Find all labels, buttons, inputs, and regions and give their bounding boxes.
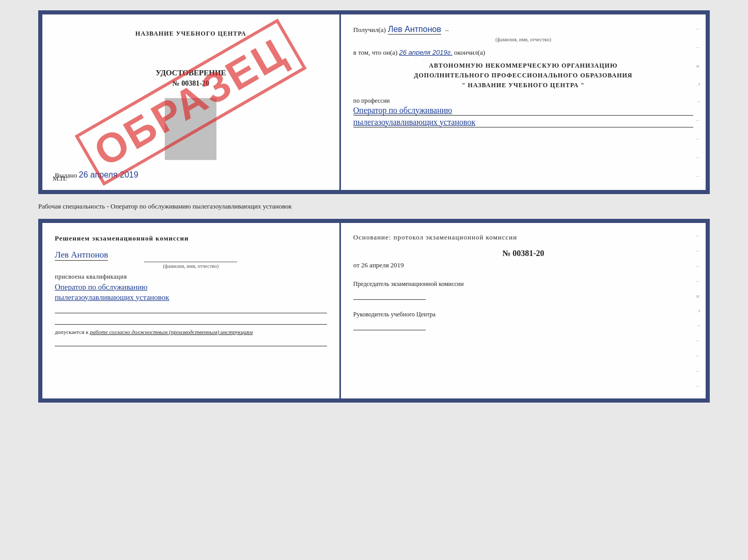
received-line: Получил(а) Лев Антпонов – [353,25,693,35]
top-document: НАЗВАНИЕ УЧЕБНОГО ЦЕНТРА ОБРАЗЕЦ УДОСТОВ… [38,10,710,194]
issued-date-value: 26 апреля 2019 [79,170,138,179]
director-sig-line [353,321,426,330]
chairman-sig-line [353,291,426,300]
blank-line-1 [55,305,327,313]
qual-line2: пылегазоулавливающих установок [55,293,327,302]
side-dashes-bottom: ––––иͺа←–––– [696,223,702,398]
org-block: АВТОНОМНУЮ НЕКОММЕРЧЕСКУЮ ОРГАНИЗАЦИЮ ДО… [353,61,693,91]
profession-line2: пылегазоулавливающих установок [353,118,693,127]
separator-label: Рабочая специальность - Оператор по обсл… [38,199,710,214]
top-doc-right: Получил(а) Лев Антпонов – (фамилия, имя,… [341,14,706,190]
fio-sublabel-bottom: (фамилия, имя, отчество) [144,262,237,269]
recipient-name: Лев Антпонов [388,25,441,35]
decision-text: Решением экзаменационной комиссии [55,233,327,244]
assigned-qual: присвоена квалификация [55,273,327,281]
cert-number: № 00381-20 [173,79,209,88]
person-name-bottom: Лев Антпонов [55,250,108,261]
director-label: Руководитель учебного Центра [353,310,693,319]
admitted-text-value: работе согласно должностным (производств… [90,329,253,335]
blank-line-3 [55,338,327,346]
bottom-doc-right: Основание: протокол экзаменационной коми… [341,223,706,398]
fio-sublabel-top: (фамилия, имя, отчество) [353,37,693,42]
bottom-document: Решением экзаменационной комиссии Лев Ан… [38,219,710,403]
completed-date: 26 апреля 2019г. [399,49,453,56]
org-line3: " НАЗВАНИЕ УЧЕБНОГО ЦЕНТРА " [353,81,693,90]
org-line2: ДОПОЛНИТЕЛЬНОГО ПРОФЕССИОНАЛЬНОГО ОБРАЗО… [353,71,693,81]
qual-line1: Оператор по обслуживанию [55,283,327,292]
photo-placeholder [165,98,216,160]
chairman-label: Председатель экзаменационной комиссии [353,280,693,289]
completed-suffix: окончил(а) [454,49,485,56]
issued-date: Выдано 26 апреля 2019 [55,165,327,180]
school-name-header: НАЗВАНИЕ УЧЕБНОГО ЦЕНТРА [135,30,246,38]
completed-line: в том, что он(а) 26 апреля 2019г. окончи… [353,49,693,57]
director-block: Руководитель учебного Центра [353,310,693,330]
side-dashes-top: ––иͺа←–––– [696,14,702,190]
protocol-date-value: 26 апреля 2019 [361,261,404,269]
profession-line1: Оператор по обслуживанию [353,106,693,116]
cert-title: УДОСТОВЕРЕНИЕ [155,69,226,77]
protocol-date: от 26 апреля 2019 [353,261,693,269]
basis-label: Основание: протокол экзаменационной коми… [353,233,693,242]
protocol-number: № 00381-20 [353,249,693,258]
mp-label: М.П. [53,174,67,183]
admitted-prefix: допускается к [55,329,88,335]
admitted-text: допускается к работе согласно должностны… [55,329,327,335]
top-doc-left: НАЗВАНИЕ УЧЕБНОГО ЦЕНТРА ОБРАЗЕЦ УДОСТОВ… [42,14,341,190]
chairman-block: Председатель экзаменационной комиссии [353,280,693,300]
received-label: Получил(а) [353,26,386,34]
date-prefix: от [353,261,360,269]
profession-label: по профессии [353,97,693,105]
completed-prefix: в том, что он(а) [353,49,398,56]
blank-line-2 [55,316,327,325]
bottom-doc-left: Решением экзаменационной комиссии Лев Ан… [42,223,341,398]
org-line1: АВТОНОМНУЮ НЕКОММЕРЧЕСКУЮ ОРГАНИЗАЦИЮ [353,61,693,71]
